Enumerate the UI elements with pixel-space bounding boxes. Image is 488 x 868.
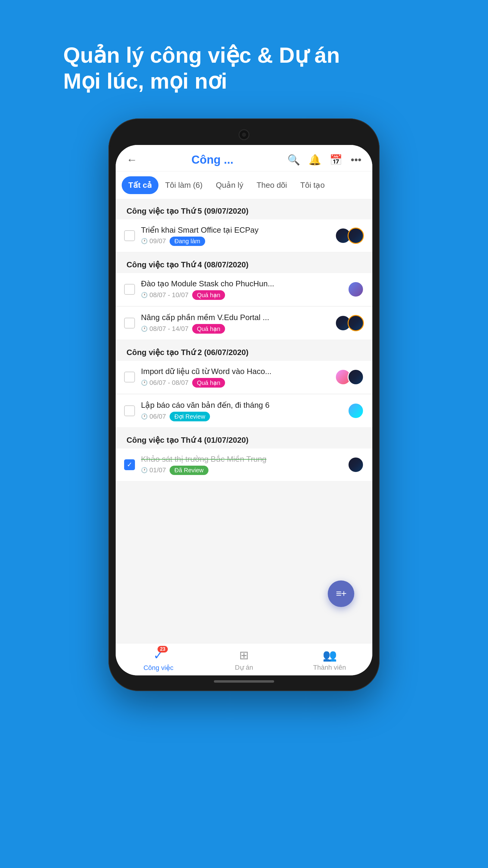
header-icons: 🔍 🔔 📅 •••: [287, 154, 361, 166]
task-content: Khảo sát thị trường Bắc Miền Trung 01/07…: [141, 455, 341, 475]
task-meta: 01/07 Đã Review: [141, 466, 341, 475]
task-item[interactable]: Import dữ liệu cũ từ Word vào Haco... 06…: [116, 361, 372, 394]
task-date: 08/07 - 14/07: [141, 325, 189, 333]
nav-item-cong-viec[interactable]: ✓ 23 Công việc: [137, 648, 180, 672]
status-badge: Quá hạn: [192, 290, 225, 300]
back-button[interactable]: ←: [127, 153, 137, 166]
bell-icon[interactable]: 🔔: [308, 154, 321, 166]
avatar: [348, 403, 364, 419]
task-date: 01/07: [141, 466, 166, 474]
avatar: [348, 457, 364, 473]
task-title: Đào tạo Module Stask cho PhucHun...: [141, 279, 341, 288]
app-title: Công ...: [144, 153, 280, 166]
avatar: [348, 315, 364, 331]
status-badge: Đang làm: [170, 237, 205, 246]
task-item[interactable]: Đào tạo Module Stask cho PhucHun... 08/0…: [116, 273, 372, 306]
task-content: Triển khai Smart Office tại ECPay 09/07 …: [141, 225, 329, 246]
nav-label: Dự án: [235, 664, 253, 672]
phone-shell: ← Công ... 🔍 🔔 📅 ••• Tất cả Tôi làm (6) …: [108, 119, 380, 691]
task-checkbox-checked[interactable]: [124, 459, 135, 470]
tab-toi-tao[interactable]: Tôi tạo: [294, 176, 331, 194]
fab-button[interactable]: ≡+: [328, 581, 354, 607]
task-content: Đào tạo Module Stask cho PhucHun... 08/0…: [141, 279, 341, 300]
tab-toi-lam[interactable]: Tôi làm (6): [158, 176, 209, 194]
task-checkbox[interactable]: [124, 284, 135, 295]
task-content: Import dữ liệu cũ từ Word vào Haco... 06…: [141, 367, 329, 388]
task-avatars: [348, 403, 364, 419]
hero-text-block: Quản lý công việc & Dự án Mọi lúc, mọi n…: [63, 42, 425, 94]
hero-title: Quản lý công việc & Dự án Mọi lúc, mọi n…: [63, 42, 425, 94]
tab-theo-doi[interactable]: Theo dõi: [250, 176, 294, 194]
task-item[interactable]: Triển khai Smart Office tại ECPay 09/07 …: [116, 219, 372, 252]
nav-label: Thành viên: [313, 664, 346, 672]
avatar: [348, 369, 364, 385]
hero-line2: Mọi lúc, mọi nơi: [63, 68, 425, 94]
task-meta: 06/07 Đợi Review: [141, 412, 341, 421]
task-title-done: Khảo sát thị trường Bắc Miền Trung: [141, 455, 341, 464]
task-title: Lập báo cáo văn bản đến, đi tháng 6: [141, 401, 341, 410]
app-header: ← Công ... 🔍 🔔 📅 •••: [116, 145, 372, 172]
avatar: [348, 227, 364, 244]
status-badge: Quá hạn: [192, 378, 225, 388]
tab-tat-ca[interactable]: Tất cả: [122, 176, 158, 194]
bottom-nav: ✓ 23 Công việc ⊞ Dự án 👥 Thành viên: [116, 643, 372, 675]
avatar: [348, 281, 364, 298]
task-date: 06/07 - 08/07: [141, 379, 189, 387]
task-meta: 08/07 - 14/07 Quá hạn: [141, 324, 329, 334]
nav-item-thanh-vien[interactable]: 👥 Thành viên: [308, 649, 351, 672]
task-checkbox[interactable]: [124, 405, 135, 416]
task-date: 06/07: [141, 412, 166, 421]
phone-bottom-bar: [116, 679, 372, 684]
task-avatars: [348, 457, 364, 473]
tabs-bar: Tất cả Tôi làm (6) Quản lý Theo dõi Tôi …: [116, 172, 372, 199]
task-meta: 06/07 - 08/07 Quá hạn: [141, 378, 329, 388]
task-avatars: [348, 281, 364, 298]
section-header-thu2: Công việc tạo Thứ 2 (06/07/2020): [116, 341, 372, 361]
search-icon[interactable]: 🔍: [287, 154, 300, 166]
tab-quan-ly[interactable]: Quản lý: [209, 176, 250, 194]
task-meta: 08/07 - 10/07 Quá hạn: [141, 290, 341, 300]
status-badge: Đã Review: [170, 466, 208, 475]
calendar-icon[interactable]: 📅: [330, 154, 342, 166]
task-list: Công việc tạo Thứ 5 (09/07/2020) Triển k…: [116, 199, 372, 643]
task-date: 09/07: [141, 237, 166, 245]
home-indicator: [214, 680, 274, 683]
task-item[interactable]: Nâng cấp phần mềm V.Edu Portal ... 08/07…: [116, 307, 372, 340]
task-title: Nâng cấp phần mềm V.Edu Portal ...: [141, 313, 329, 322]
section-header-thu5: Công việc tạo Thứ 5 (09/07/2020): [116, 199, 372, 219]
hero-line1: Quản lý công việc & Dự án: [63, 42, 425, 68]
task-checkbox[interactable]: [124, 372, 135, 382]
task-title: Triển khai Smart Office tại ECPay: [141, 225, 329, 235]
more-icon[interactable]: •••: [351, 154, 361, 166]
nav-label: Công việc: [143, 664, 173, 672]
task-avatars: [335, 369, 364, 385]
hero-section: Quản lý công việc & Dự án Mọi lúc, mọi n…: [0, 0, 488, 94]
task-content: Lập báo cáo văn bản đến, đi tháng 6 06/0…: [141, 401, 341, 421]
grid-icon: ⊞: [239, 649, 249, 662]
nav-item-du-an[interactable]: ⊞ Dự án: [223, 649, 265, 672]
task-meta: 09/07 Đang làm: [141, 237, 329, 246]
task-content: Nâng cấp phần mềm V.Edu Portal ... 08/07…: [141, 313, 329, 334]
phone-screen: ← Công ... 🔍 🔔 📅 ••• Tất cả Tôi làm (6) …: [116, 145, 372, 675]
task-checkbox[interactable]: [124, 318, 135, 329]
task-date: 08/07 - 10/07: [141, 291, 189, 299]
status-badge: Quá hạn: [192, 324, 225, 334]
phone-notch: [116, 126, 372, 144]
task-item[interactable]: Lập báo cáo văn bản đến, đi tháng 6 06/0…: [116, 395, 372, 428]
section-header-thu4-08: Công việc tạo Thứ 4 (08/07/2020): [116, 253, 372, 273]
task-item[interactable]: Khảo sát thị trường Bắc Miền Trung 01/07…: [116, 448, 372, 481]
status-badge: Đợi Review: [170, 412, 210, 421]
fab-icon: ≡+: [336, 588, 346, 599]
section-header-thu4-01: Công việc tạo Thứ 4 (01/07/2020): [116, 428, 372, 448]
task-avatars: [335, 315, 364, 331]
members-icon: 👥: [323, 649, 337, 662]
task-title: Import dữ liệu cũ từ Word vào Haco...: [141, 367, 329, 376]
phone-camera: [238, 129, 250, 140]
checkmark-icon: ✓ 23: [153, 648, 164, 662]
nav-badge: 23: [158, 646, 168, 652]
task-avatars: [335, 227, 364, 244]
task-checkbox[interactable]: [124, 230, 135, 241]
